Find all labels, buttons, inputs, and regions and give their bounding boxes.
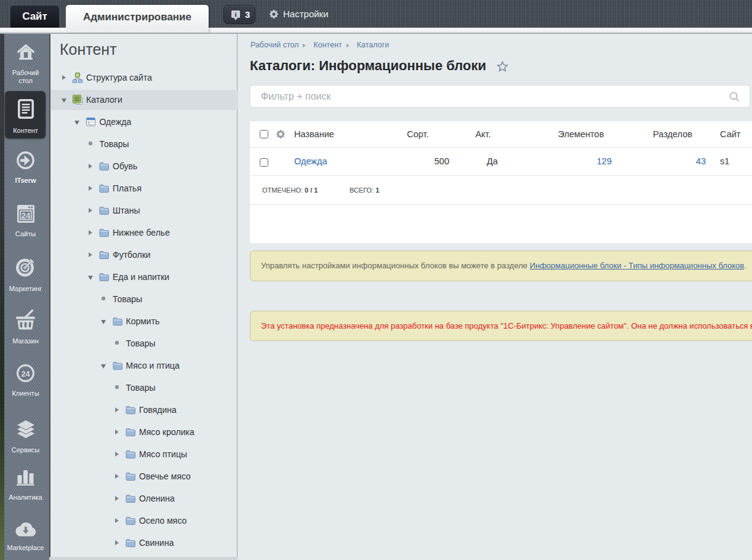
svg-text:24: 24 [21, 211, 30, 220]
svg-text:i: i [234, 10, 236, 18]
svg-text:24: 24 [22, 370, 30, 378]
